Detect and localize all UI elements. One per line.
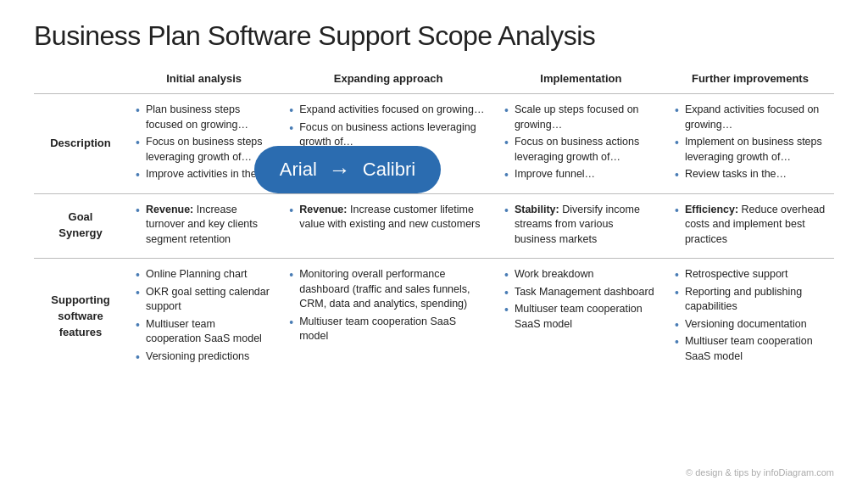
table-cell: Expand activities focused on growing…Imp… [666, 94, 834, 194]
col-header-initial: Initial analysis [127, 67, 281, 94]
table-header: Initial analysis Expanding approach Impl… [34, 67, 834, 94]
font-label-calibri: Calibri [363, 159, 415, 181]
table-cell: Efficiency: Reduce overhead costs and im… [666, 193, 834, 259]
analysis-table: Initial analysis Expanding approach Impl… [34, 67, 834, 375]
row-label: Supportingsoftwarefeatures [34, 259, 127, 376]
main-table-wrap: Initial analysis Expanding approach Impl… [34, 67, 834, 375]
table-cell: Online Planning chartOKR goal setting ca… [127, 259, 281, 376]
font-label-arial: Arial [280, 159, 317, 181]
row-label: Description [34, 94, 127, 194]
table-cell: Scale up steps focused on growing…Focus … [496, 94, 666, 194]
arrow-icon: → [329, 157, 351, 183]
col-header-empty [34, 67, 127, 94]
table-body: DescriptionPlan business steps focused o… [34, 94, 834, 376]
col-header-further: Further improvements [666, 67, 834, 94]
page-title: Business Plan Software Support Scope Ana… [34, 20, 834, 52]
footer-text: © design & tips by infoDiagram.com [686, 467, 834, 478]
table-cell: Revenue: Increase turnover and key clien… [127, 193, 281, 259]
col-header-expanding: Expanding approach [281, 67, 496, 94]
table-cell: Work breakdownTask Management dashboardM… [496, 259, 666, 376]
table-row: GoalSynergyRevenue: Increase turnover an… [34, 193, 834, 259]
row-label: GoalSynergy [34, 193, 127, 259]
table-cell: Monitoring overall performance dashboard… [281, 259, 496, 376]
table-cell: Retrospective supportReporting and publi… [666, 259, 834, 376]
table-cell: Stability: Diversify income streams from… [496, 193, 666, 259]
font-annotation-overlay: Arial → Calibri [254, 146, 441, 193]
col-header-implementation: Implementation [496, 67, 666, 94]
table-row: SupportingsoftwarefeaturesOnline Plannin… [34, 259, 834, 376]
table-cell: Revenue: Increase customer lifetime valu… [281, 193, 496, 259]
